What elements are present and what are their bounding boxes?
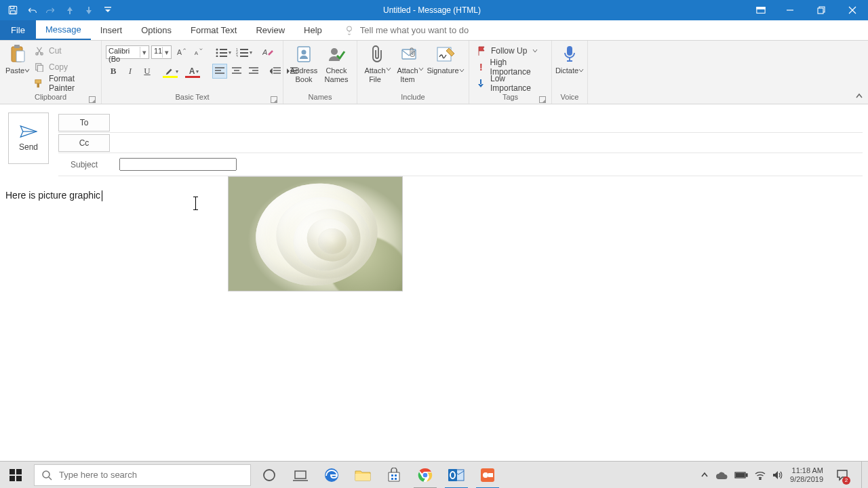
highlight-color-button[interactable]: ▾ — [161, 64, 182, 79]
tab-options[interactable]: Options — [132, 20, 181, 40]
svg-rect-17 — [37, 65, 43, 72]
tab-message[interactable]: Message — [36, 20, 91, 40]
shrink-font-button[interactable]: A — [191, 45, 205, 60]
align-right-button[interactable] — [246, 64, 261, 79]
format-painter-button[interactable]: Format Painter — [31, 76, 97, 91]
ribbon-display-options-icon[interactable] — [747, 0, 774, 20]
wifi-icon[interactable] — [755, 470, 766, 480]
ribbon-group-tags: Follow Up !High Importance Low Importanc… — [469, 41, 552, 104]
volume-icon[interactable] — [772, 470, 783, 480]
taskbar-app-chrome[interactable] — [410, 462, 441, 489]
tab-insert[interactable]: Insert — [91, 20, 132, 40]
address-book-button[interactable]: Address Book — [288, 42, 320, 85]
decrease-indent-button[interactable] — [268, 64, 283, 79]
notification-badge: 2 — [842, 476, 850, 485]
svg-rect-2 — [11, 11, 16, 14]
window-controls — [747, 0, 868, 20]
window-title: Untitled - Message (HTML) — [117, 5, 747, 15]
embedded-image[interactable] — [228, 176, 403, 291]
paperclip-icon — [367, 43, 389, 65]
clipboard-dialog-launcher[interactable] — [89, 96, 96, 103]
show-desktop-button[interactable] — [861, 462, 865, 489]
underline-button[interactable]: U — [140, 64, 155, 79]
svg-rect-33 — [240, 56, 248, 57]
undo-icon[interactable] — [23, 1, 41, 19]
cc-button[interactable]: Cc — [58, 134, 110, 152]
task-view-button[interactable] — [285, 462, 316, 489]
paste-icon — [7, 43, 28, 65]
high-importance-button[interactable]: !High Importance — [473, 60, 547, 75]
font-size-combo[interactable]: 11▾ — [151, 45, 172, 59]
subject-field[interactable] — [119, 158, 237, 171]
svg-rect-7 — [818, 8, 823, 14]
cut-button[interactable]: Cut — [31, 43, 97, 58]
svg-rect-13 — [16, 51, 24, 62]
svg-rect-69 — [395, 474, 397, 476]
to-field[interactable] — [119, 114, 863, 131]
to-button[interactable]: To — [58, 114, 110, 131]
cortana-button[interactable] — [254, 462, 285, 489]
tags-dialog-launcher[interactable] — [539, 96, 546, 103]
dictate-button[interactable]: Dictate — [556, 42, 583, 85]
close-button[interactable] — [837, 0, 868, 20]
low-importance-button[interactable]: Low Importance — [473, 76, 547, 91]
svg-point-61 — [43, 471, 50, 478]
ribbon-group-include: Attach File Attach Item Signature Includ… — [357, 41, 469, 104]
save-icon[interactable] — [4, 1, 22, 19]
paste-button[interactable]: Paste — [4, 42, 31, 85]
tab-file[interactable]: File — [0, 20, 36, 40]
customize-qat-icon[interactable] — [99, 1, 117, 19]
basic-text-dialog-launcher[interactable] — [271, 96, 277, 103]
bold-button[interactable]: B — [106, 64, 121, 79]
action-center-button[interactable]: 2 — [830, 462, 854, 489]
bullets-button[interactable]: ▾ — [214, 45, 233, 60]
maximize-button[interactable] — [806, 0, 837, 20]
title-bar: Untitled - Message (HTML) — [0, 0, 868, 20]
grow-font-button[interactable]: A — [174, 45, 189, 60]
ribbon-group-voice: Dictate Voice — [552, 41, 588, 104]
signature-button[interactable]: Signature — [427, 42, 465, 85]
clear-formatting-button[interactable]: A — [260, 45, 275, 60]
align-center-button[interactable] — [229, 64, 244, 79]
start-button[interactable] — [0, 462, 31, 489]
cc-field[interactable] — [119, 134, 863, 152]
tab-help[interactable]: Help — [294, 20, 332, 40]
attach-item-button[interactable]: Attach Item — [394, 42, 427, 85]
svg-point-83 — [760, 479, 761, 480]
tray-overflow-icon[interactable] — [701, 471, 709, 479]
italic-button[interactable]: I — [123, 64, 138, 79]
check-names-button[interactable]: Check Names — [320, 42, 353, 85]
tab-format-text[interactable]: Format Text — [181, 20, 246, 40]
message-body[interactable]: Here is picture graphic — [0, 176, 868, 468]
tab-review[interactable]: Review — [246, 20, 294, 40]
taskbar-app-recorder[interactable] — [472, 462, 503, 489]
onedrive-icon[interactable] — [715, 471, 728, 479]
font-name-combo[interactable]: Calibri (Bo▾ — [106, 45, 149, 59]
copy-button[interactable]: Copy — [31, 60, 97, 75]
minimize-button[interactable] — [774, 0, 806, 20]
numbering-button[interactable]: 123▾ — [235, 45, 254, 60]
taskbar-app-outlook[interactable] — [441, 462, 472, 489]
taskbar-search[interactable]: Type here to search — [34, 464, 251, 486]
attach-file-button[interactable]: Attach File — [361, 42, 394, 85]
taskbar-app-explorer[interactable] — [347, 462, 378, 489]
svg-rect-31 — [240, 52, 248, 54]
taskbar-app-edge[interactable] — [316, 462, 347, 489]
chevron-down-icon: ▾ — [140, 47, 148, 58]
svg-line-62 — [49, 477, 52, 480]
svg-rect-18 — [35, 80, 41, 83]
battery-icon[interactable] — [734, 471, 748, 479]
follow-up-button[interactable]: Follow Up — [473, 43, 540, 58]
tray-clock[interactable]: 11:18 AM 9/28/2019 — [790, 466, 823, 483]
tell-me-search[interactable]: Tell me what you want to do — [332, 20, 469, 40]
svg-point-51 — [302, 50, 307, 55]
collapse-ribbon-button[interactable] — [853, 90, 865, 102]
font-color-button[interactable]: A▾ — [184, 64, 204, 79]
system-tray: 11:18 AM 9/28/2019 2 — [701, 462, 868, 489]
quick-access-toolbar — [0, 0, 117, 20]
taskbar-app-store[interactable] — [378, 462, 410, 489]
align-left-button[interactable] — [212, 64, 227, 79]
send-button[interactable]: Send — [8, 113, 49, 164]
low-importance-icon — [476, 78, 486, 89]
svg-rect-5 — [757, 7, 765, 9]
